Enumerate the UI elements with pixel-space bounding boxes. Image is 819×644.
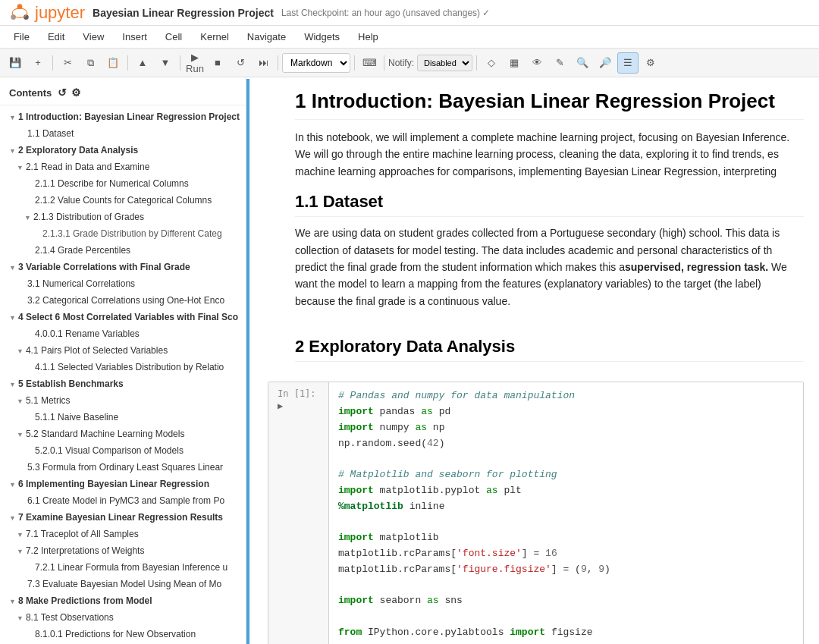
toc-link-16[interactable]: 5 Establish Benchmarks bbox=[18, 379, 124, 389]
cut-button[interactable]: ✂ bbox=[57, 52, 78, 74]
toc-item-15[interactable]: 4.1.1 Selected Variables Distribution by… bbox=[0, 359, 246, 375]
toc-arrow-down-16[interactable] bbox=[9, 379, 16, 391]
toc-arrow-down-26[interactable] bbox=[17, 545, 24, 558]
list-button[interactable]: ☰ bbox=[617, 52, 639, 74]
toc-link-6[interactable]: 2.1.3 Distribution of Grades bbox=[33, 212, 144, 222]
menu-kernel[interactable]: Kernel bbox=[193, 29, 237, 45]
toc-link-31[interactable]: 8.1.0.1 Predictions for New Observation bbox=[35, 629, 196, 639]
restart-button[interactable]: ↺ bbox=[230, 52, 251, 74]
toc-item-24[interactable]: 7 Examine Bayesian Linear Regression Res… bbox=[0, 509, 246, 526]
toc-arrow-down-9[interactable] bbox=[9, 262, 16, 274]
toc-item-13[interactable]: 4.0.0.1 Rename Variables bbox=[0, 325, 246, 342]
zoom-out-button[interactable]: 🔎 bbox=[595, 52, 616, 74]
menu-view[interactable]: View bbox=[75, 29, 111, 45]
toc-link-8[interactable]: 2.1.4 Grade Percentiles bbox=[35, 245, 130, 256]
toc-item-5[interactable]: 2.1.2 Value Counts for Categorical Colum… bbox=[0, 192, 246, 209]
toc-arrow-down-30[interactable] bbox=[17, 612, 24, 624]
toc-item-11[interactable]: 3.2 Categorical Correlations using One-H… bbox=[0, 292, 246, 309]
move-down-button[interactable]: ▼ bbox=[155, 52, 176, 74]
toc-link-22[interactable]: 6 Implementing Bayesian Linear Regressio… bbox=[18, 479, 209, 489]
notebook-title[interactable]: Bayesian Linear Regression Project bbox=[93, 7, 274, 19]
toc-item-10[interactable]: 3.1 Numerical Correlations bbox=[0, 275, 246, 292]
toc-item-19[interactable]: 5.2 Standard Machine Learning Models bbox=[0, 426, 246, 442]
toc-arrow-down-19[interactable] bbox=[17, 429, 24, 441]
menu-edit[interactable]: Edit bbox=[40, 29, 72, 45]
paste-button[interactable]: 📋 bbox=[102, 52, 124, 74]
toc-item-1[interactable]: 1.1 Dataset bbox=[0, 125, 246, 142]
toc-link-10[interactable]: 3.1 Numerical Correlations bbox=[27, 278, 135, 289]
toc-link-5[interactable]: 2.1.2 Value Counts for Categorical Colum… bbox=[35, 195, 212, 206]
toc-link-24[interactable]: 7 Examine Bayesian Linear Regression Res… bbox=[18, 512, 223, 523]
toc-item-8[interactable]: 2.1.4 Grade Percentiles bbox=[0, 242, 246, 259]
toc-link-2[interactable]: 2 Exploratory Data Analysis bbox=[18, 145, 138, 156]
toc-arrow-down-24[interactable] bbox=[9, 512, 16, 524]
toc-link-1[interactable]: 1.1 Dataset bbox=[27, 128, 74, 139]
toc-link-13[interactable]: 4.0.0.1 Rename Variables bbox=[35, 328, 140, 339]
toc-item-22[interactable]: 6 Implementing Bayesian Linear Regressio… bbox=[0, 476, 246, 492]
menu-help[interactable]: Help bbox=[350, 29, 386, 45]
toc-link-9[interactable]: 3 Variable Correlations with Final Grade bbox=[18, 262, 190, 272]
menu-insert[interactable]: Insert bbox=[115, 29, 155, 45]
toc-link-29[interactable]: 8 Make Predictions from Model bbox=[18, 595, 152, 606]
run-button[interactable]: ▶ Run bbox=[184, 52, 206, 74]
toc-arrow-down-22[interactable] bbox=[9, 479, 16, 491]
toc-link-3[interactable]: 2.1 Read in Data and Examine bbox=[26, 162, 149, 172]
toc-item-18[interactable]: 5.1.1 Naive Baseline bbox=[0, 409, 246, 426]
toc-item-20[interactable]: 5.2.0.1 Visual Comparison of Models bbox=[0, 442, 246, 459]
toc-link-7[interactable]: 2.1.3.1 Grade Distribution by Different … bbox=[42, 228, 222, 239]
cell-type-select[interactable]: Markdown Code Raw bbox=[282, 53, 350, 73]
toc-item-30[interactable]: 8.1 Test Observations bbox=[0, 609, 246, 626]
keyboard-shortcut-button[interactable]: ⌨ bbox=[359, 52, 380, 74]
diamond-button[interactable]: ◇ bbox=[481, 52, 502, 74]
code-body[interactable]: # Pandas and numpy for data manipulation… bbox=[329, 382, 803, 644]
toc-link-27[interactable]: 7.2.1 Linear Formula from Bayesian Infer… bbox=[35, 562, 228, 573]
toc-item-31[interactable]: 8.1.0.1 Predictions for New Observation bbox=[0, 626, 246, 642]
save-button[interactable]: 💾 bbox=[5, 52, 26, 74]
toc-link-28[interactable]: 7.3 Evaluate Bayesian Model Using Mean o… bbox=[27, 579, 221, 589]
toc-link-19[interactable]: 5.2 Standard Machine Learning Models bbox=[26, 429, 184, 439]
toc-link-12[interactable]: 4 Select 6 Most Correlated Variables wit… bbox=[18, 312, 238, 322]
toc-item-17[interactable]: 5.1 Metrics bbox=[0, 392, 246, 409]
toc-item-6[interactable]: 2.1.3 Distribution of Grades bbox=[0, 209, 246, 225]
toc-item-14[interactable]: 4.1 Pairs Plot of Selected Variables bbox=[0, 342, 246, 359]
toc-arrow-down-0[interactable] bbox=[9, 112, 16, 124]
toc-link-15[interactable]: 4.1.1 Selected Variables Distribution by… bbox=[35, 362, 224, 372]
toc-item-27[interactable]: 7.2.1 Linear Formula from Bayesian Infer… bbox=[0, 559, 246, 576]
toc-arrow-down-2[interactable] bbox=[9, 145, 16, 157]
toc-arrow-down-12[interactable] bbox=[9, 312, 16, 324]
toc-arrow-down-25[interactable] bbox=[17, 529, 24, 541]
toc-link-4[interactable]: 2.1.1 Describe for Numerical Columns bbox=[35, 178, 189, 189]
toc-item-21[interactable]: 5.3 Formula from Ordinary Least Squares … bbox=[0, 459, 246, 476]
toc-item-16[interactable]: 5 Establish Benchmarks bbox=[0, 375, 246, 392]
toc-arrow-down-29[interactable] bbox=[9, 595, 16, 608]
toc-link-17[interactable]: 5.1 Metrics bbox=[26, 395, 71, 406]
toc-link-11[interactable]: 3.2 Categorical Correlations using One-H… bbox=[27, 295, 224, 306]
eye-button[interactable]: 👁 bbox=[526, 52, 548, 74]
toc-arrow-down-6[interactable] bbox=[24, 212, 31, 224]
toc-item-9[interactable]: 3 Variable Correlations with Final Grade bbox=[0, 259, 246, 275]
add-cell-button[interactable]: + bbox=[27, 52, 49, 74]
toc-item-4[interactable]: 2.1.1 Describe for Numerical Columns bbox=[0, 175, 246, 192]
toc-link-30[interactable]: 8.1 Test Observations bbox=[26, 612, 114, 623]
toc-item-25[interactable]: 7.1 Traceplot of All Samples bbox=[0, 526, 246, 542]
toc-item-12[interactable]: 4 Select 6 Most Correlated Variables wit… bbox=[0, 309, 246, 325]
toc-settings-icon[interactable]: ⚙ bbox=[71, 86, 81, 99]
toc-item-23[interactable]: 6.1 Create Model in PyMC3 and Sample fro… bbox=[0, 492, 246, 509]
toc-link-21[interactable]: 5.3 Formula from Ordinary Least Squares … bbox=[27, 462, 223, 473]
toc-link-14[interactable]: 4.1 Pairs Plot of Selected Variables bbox=[26, 345, 168, 356]
move-up-button[interactable]: ▲ bbox=[132, 52, 153, 74]
toc-refresh-icon[interactable]: ↺ bbox=[58, 86, 67, 99]
run-arrow[interactable]: ▶ bbox=[278, 401, 283, 411]
toc-item-3[interactable]: 2.1 Read in Data and Examine bbox=[0, 159, 246, 175]
toc-link-26[interactable]: 7.2 Interpretations of Weights bbox=[26, 545, 145, 556]
toc-link-20[interactable]: 5.2.0.1 Visual Comparison of Models bbox=[35, 445, 184, 456]
table-button[interactable]: ▦ bbox=[504, 52, 525, 74]
toc-item-2[interactable]: 2 Exploratory Data Analysis bbox=[0, 142, 246, 159]
notify-select[interactable]: Disabled Enabled bbox=[417, 55, 472, 71]
copy-button[interactable]: ⧉ bbox=[80, 52, 101, 74]
toc-link-23[interactable]: 6.1 Create Model in PyMC3 and Sample fro… bbox=[27, 495, 224, 506]
toc-link-0[interactable]: 1 Introduction: Bayesian Linear Regressi… bbox=[18, 112, 240, 122]
toc-item-28[interactable]: 7.3 Evaluate Bayesian Model Using Mean o… bbox=[0, 576, 246, 592]
menu-cell[interactable]: Cell bbox=[158, 29, 190, 45]
toc-link-18[interactable]: 5.1.1 Naive Baseline bbox=[35, 412, 118, 423]
